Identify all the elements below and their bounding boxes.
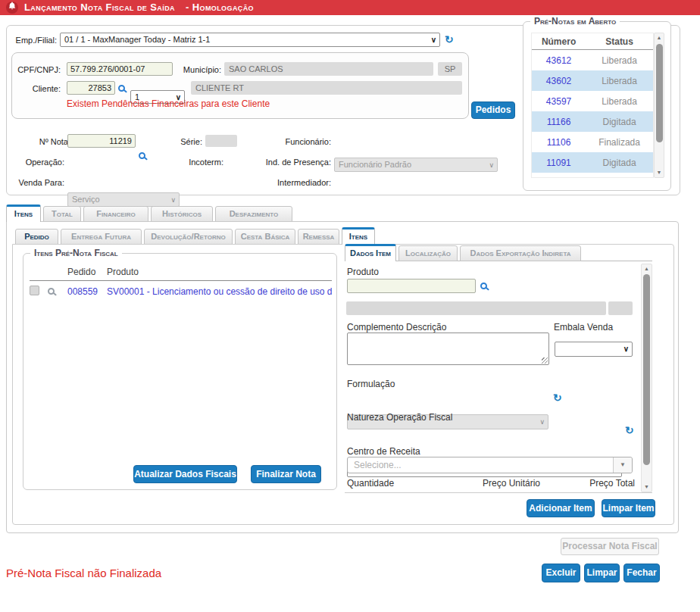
prenota-numero-link[interactable]: 43602 bbox=[532, 76, 586, 86]
presenca-label: Ind. de Presença: bbox=[258, 155, 331, 169]
refresh-icon[interactable]: ↻ bbox=[553, 392, 562, 403]
prenota-numero-link[interactable]: 43597 bbox=[532, 96, 586, 107]
cliente-codigo-input[interactable]: 27853 bbox=[67, 81, 115, 95]
fechar-button[interactable]: Fechar bbox=[623, 564, 660, 582]
col-header-pedido: Pedido bbox=[67, 267, 107, 277]
prenota-status: Digitada bbox=[586, 117, 653, 127]
refresh-icon[interactable]: ↻ bbox=[625, 425, 634, 436]
tab-devolucao-retorno[interactable]: Devolução/Retorno bbox=[144, 229, 233, 245]
tab-localizacao[interactable]: Localização bbox=[398, 245, 458, 261]
prenotas-panel: Pré-Notas em Aberto Número Status 43612 … bbox=[523, 21, 671, 191]
prenotas-header-row: Número Status bbox=[532, 33, 653, 50]
tab-dados-exportacao-indireta[interactable]: Dados Exportação Indireta bbox=[460, 245, 581, 261]
complemento-textarea[interactable] bbox=[347, 333, 549, 365]
item-produto-link[interactable]: SV00001 - Licenciamento ou cessão de dir… bbox=[107, 286, 332, 297]
tab-itens[interactable]: Itens bbox=[6, 205, 41, 222]
prenota-numero-link[interactable]: 43612 bbox=[532, 55, 586, 66]
table-row[interactable]: 11166 Digitada bbox=[532, 111, 653, 132]
embala-venda-select[interactable]: ∨ bbox=[555, 342, 633, 357]
search-icon[interactable] bbox=[48, 288, 55, 295]
produto-unidade-readonly bbox=[608, 301, 633, 315]
adicionar-item-button[interactable]: Adicionar Item bbox=[527, 499, 595, 517]
table-row[interactable]: 43602 Liberada bbox=[532, 70, 653, 91]
table-row[interactable]: 008559 SV00001 - Licenciamento ou cessão… bbox=[30, 281, 332, 301]
table-row[interactable]: 43612 Liberada bbox=[532, 50, 653, 70]
produto-label: Produto bbox=[347, 267, 379, 277]
scroll-down-icon[interactable]: ▼ bbox=[642, 482, 652, 492]
tab-pedido[interactable]: Pedido bbox=[15, 229, 58, 245]
row-checkbox[interactable] bbox=[30, 286, 39, 295]
item-panel-scrollbar[interactable]: ▲ ▼ bbox=[641, 264, 652, 492]
tab-historicos[interactable]: Históricos bbox=[151, 206, 213, 222]
search-icon[interactable] bbox=[139, 152, 145, 159]
emp-filial-select[interactable]: 01 / 1 - MaxManager Today - Matriz 1-1 ∨ bbox=[60, 33, 440, 47]
prenota-status: Liberada bbox=[586, 76, 653, 86]
prenotas-legend: Pré-Notas em Aberto bbox=[530, 16, 620, 27]
pedidos-button[interactable]: Pedidos bbox=[471, 101, 515, 119]
scroll-down-icon[interactable]: ▼ bbox=[655, 168, 664, 177]
funcionario-select[interactable]: Funcionário Padrão ∨ bbox=[334, 158, 498, 172]
pendencia-warning: Existem Pendências Financeiras para este… bbox=[67, 98, 270, 109]
tab-total[interactable]: Total bbox=[43, 206, 81, 222]
funcionario-value: Funcionário Padrão bbox=[339, 160, 411, 169]
tab-itens-inner[interactable]: Itens bbox=[342, 227, 375, 245]
prenota-status: Digitada bbox=[586, 178, 653, 179]
cliente-fieldset: CPF/CNPJ: 57.799.276/0001-07 Município: … bbox=[11, 52, 469, 119]
table-row[interactable]: 11091 Digitada bbox=[532, 152, 653, 173]
limpar-button[interactable]: Limpar bbox=[584, 564, 620, 582]
nota-label: Nº Nota: bbox=[10, 135, 70, 148]
tab-cesta-basica[interactable]: Cesta Básica bbox=[235, 229, 295, 245]
item-pedido-link[interactable]: 008559 bbox=[67, 286, 107, 297]
prenota-numero-link[interactable]: 11106 bbox=[532, 137, 586, 148]
nota-input[interactable]: 11219 bbox=[67, 134, 136, 148]
table-row[interactable]: 43597 Liberada bbox=[532, 91, 653, 111]
prenota-numero-link[interactable]: 11031 bbox=[532, 178, 586, 179]
cpf-cnpj-label: CPF/CNPJ: bbox=[14, 63, 61, 76]
preco-unitario-label: Preço Unitário bbox=[483, 478, 540, 489]
natureza-operacao-label: Natureza Operação Fiscal bbox=[347, 412, 452, 423]
operacao-value: Serviço bbox=[72, 195, 100, 204]
excluir-button[interactable]: Excluir bbox=[542, 564, 580, 582]
prenota-status: Digitada bbox=[586, 158, 653, 168]
prenota-numero-link[interactable]: 11091 bbox=[532, 158, 586, 168]
finalizar-nota-button[interactable]: Finalizar Nota bbox=[251, 465, 321, 483]
prenota-numero-link[interactable]: 11166 bbox=[532, 117, 586, 127]
operacao-label: Operação: bbox=[17, 155, 64, 169]
tab-remessa[interactable]: Remessa bbox=[298, 229, 339, 245]
tab-financeiro[interactable]: Financeiro bbox=[83, 206, 148, 222]
prenota-status: Liberada bbox=[586, 96, 653, 107]
chevron-down-icon: ∨ bbox=[539, 415, 545, 429]
tab-dados-item[interactable]: Dados Item bbox=[345, 244, 396, 261]
prenotas-scrollbar[interactable]: ▲ ▼ bbox=[654, 33, 664, 178]
scroll-up-icon[interactable]: ▲ bbox=[655, 33, 664, 42]
cpf-cnpj-input[interactable]: 57.799.276/0001-07 bbox=[67, 62, 173, 76]
incoterm-label: Incoterm: bbox=[181, 155, 223, 169]
produto-input[interactable] bbox=[347, 279, 476, 293]
itens-header-row: Pedido Produto bbox=[30, 263, 332, 281]
operacao-select[interactable]: Serviço ∨ bbox=[67, 192, 180, 207]
scrollbar-thumb[interactable] bbox=[656, 44, 663, 142]
chevron-down-icon: ∨ bbox=[431, 33, 436, 46]
atualizar-dados-fiscais-button[interactable]: Atualizar Dados Fiscais bbox=[133, 465, 237, 483]
cliente-nome-value: CLIENTE RT bbox=[191, 81, 462, 95]
tab-entrega-futura[interactable]: Entrega Futura bbox=[61, 229, 142, 245]
tab-desfazimento[interactable]: Desfazimento bbox=[215, 206, 292, 222]
centro-receita-combobox[interactable]: Selecione... ▼ bbox=[347, 457, 633, 473]
limpar-item-button[interactable]: Limpar Item bbox=[602, 499, 655, 517]
combobox-arrow-icon[interactable]: ▼ bbox=[613, 457, 632, 473]
cell-select bbox=[30, 286, 48, 297]
venda-para-label: Venda Para: bbox=[8, 176, 64, 189]
itens-prenota-fieldset: Itens Pré-Nota Fiscal Pedido Produto 008… bbox=[23, 253, 337, 490]
cell-lookup bbox=[48, 287, 67, 296]
table-row[interactable]: 11031 Digitada bbox=[532, 173, 653, 178]
itens-table: Pedido Produto 008559 SV00001 - Licencia… bbox=[30, 263, 332, 301]
app-window: Lançamento Nota Fiscal de Saída- Homolog… bbox=[0, 0, 700, 612]
centro-receita-label: Centro de Receita bbox=[347, 446, 420, 457]
refresh-icon[interactable]: ↻ bbox=[445, 34, 454, 45]
table-row[interactable]: 11106 Finalizada bbox=[532, 132, 653, 152]
search-icon[interactable] bbox=[480, 283, 487, 289]
scroll-up-icon[interactable]: ▲ bbox=[642, 264, 652, 273]
resize-handle-icon[interactable] bbox=[542, 358, 548, 364]
scrollbar-thumb[interactable] bbox=[643, 274, 650, 465]
search-icon[interactable] bbox=[118, 85, 125, 92]
